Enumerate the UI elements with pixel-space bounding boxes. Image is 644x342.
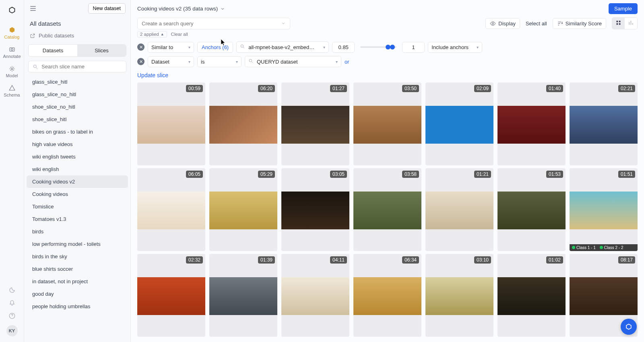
- video-duration: 03:50: [402, 85, 419, 92]
- rail-annotate[interactable]: Annotate: [2, 43, 22, 61]
- cube-logo-icon: [8, 6, 17, 15]
- fab-button[interactable]: [621, 319, 637, 335]
- video-card[interactable]: 03:50: [353, 82, 421, 165]
- clear-all-link[interactable]: Clear all: [171, 32, 188, 37]
- menu-icon[interactable]: [29, 4, 37, 12]
- slice-item[interactable]: good day: [27, 288, 128, 300]
- rail-label: Model: [6, 73, 18, 78]
- video-card[interactable]: 01:02: [497, 254, 566, 337]
- filter-field-label: Similar to: [151, 44, 173, 50]
- rail-catalog[interactable]: Catalog: [2, 24, 22, 42]
- filter-field-select[interactable]: Similar to▾: [148, 42, 194, 53]
- include-anchors-select[interactable]: Include anchors▾: [428, 42, 482, 53]
- video-thumbnail: [425, 192, 493, 230]
- logic-or[interactable]: or: [345, 59, 349, 65]
- slice-item[interactable]: glass_slice_no_hitl: [27, 88, 128, 101]
- user-avatar[interactable]: KY: [6, 325, 18, 336]
- slice-search[interactable]: [28, 61, 126, 72]
- search-query-input[interactable]: [142, 21, 281, 27]
- filter-field-select[interactable]: Dataset▾: [148, 56, 194, 67]
- video-card[interactable]: 05:29: [209, 168, 277, 251]
- main-panel: Cooking videos v2 (35 data rows) Sample …: [131, 0, 644, 342]
- video-card[interactable]: 01:39: [209, 254, 277, 337]
- video-card[interactable]: 06:20: [209, 82, 277, 165]
- video-thumbnail: [497, 192, 566, 230]
- select-all-link[interactable]: Select all: [526, 21, 547, 27]
- slice-search-input[interactable]: [41, 64, 122, 70]
- slice-item[interactable]: people holding umbrellas: [27, 300, 128, 313]
- video-thumbnail: [497, 277, 566, 315]
- dataset-value-select[interactable]: QUERYD dataset▾: [245, 56, 341, 67]
- video-card[interactable]: 06:34: [353, 254, 421, 337]
- rail-schema[interactable]: Schema: [2, 82, 22, 100]
- slice-item[interactable]: Cooking videos v2: [27, 175, 128, 188]
- slice-item[interactable]: low performing model - toilets: [27, 238, 128, 250]
- view-grid[interactable]: [612, 18, 625, 29]
- slice-item[interactable]: wiki english: [27, 163, 128, 175]
- search-icon: [33, 64, 38, 70]
- annotate-icon: [8, 46, 16, 53]
- video-card[interactable]: 00:59: [137, 82, 205, 165]
- anchors-button[interactable]: Anchors (6): [197, 42, 233, 53]
- new-dataset-button[interactable]: New dataset: [88, 3, 126, 14]
- slice-item[interactable]: shoe_slice_no_hitl: [27, 101, 128, 113]
- slice-item[interactable]: bikes on grass - to label in: [27, 126, 128, 138]
- view-toggle: [612, 17, 638, 29]
- rail-model[interactable]: Model: [2, 63, 22, 80]
- video-card[interactable]: 03:10: [425, 254, 493, 337]
- threshold-input[interactable]: 0.85: [332, 42, 355, 53]
- chevron-down-icon: [281, 21, 286, 26]
- slice-item[interactable]: shoe_slice_hitl: [27, 113, 128, 126]
- applied-filters[interactable]: 2 applied▲: [137, 31, 167, 37]
- slice-item[interactable]: blue shirts soccer: [27, 263, 128, 275]
- search-query[interactable]: [137, 18, 290, 29]
- embedding-select[interactable]: all-mpnet-base-v2_embed…▾: [236, 41, 329, 53]
- video-card[interactable]: 02:32: [137, 254, 205, 337]
- sample-button[interactable]: Sample: [609, 3, 638, 14]
- video-card[interactable]: 02:21: [570, 82, 638, 165]
- video-duration: 02:21: [618, 85, 635, 92]
- remove-filter-button[interactable]: ✕: [137, 58, 144, 65]
- video-card[interactable]: 02:09: [425, 82, 493, 165]
- video-card[interactable]: 03:58: [353, 168, 421, 251]
- rail-label: Catalog: [4, 35, 20, 39]
- video-card[interactable]: 01:51Class 1 - 1Class 2 - 2: [570, 168, 638, 251]
- slice-item[interactable]: Cooking videos: [27, 188, 128, 200]
- video-card[interactable]: 06:05: [137, 168, 205, 251]
- video-card[interactable]: 04:11: [281, 254, 349, 337]
- video-card[interactable]: 01:53: [497, 168, 566, 251]
- public-datasets-link[interactable]: Public datasets: [24, 31, 130, 44]
- video-card[interactable]: 01:40: [497, 82, 566, 165]
- threshold-slider[interactable]: [360, 46, 396, 48]
- limit-input[interactable]: 1: [402, 42, 425, 53]
- grid-icon: [615, 20, 621, 26]
- display-button[interactable]: Display: [485, 18, 520, 29]
- slice-item[interactable]: Tomatoes v1.3: [27, 213, 128, 225]
- slice-item[interactable]: glass_slice_hitl: [27, 76, 128, 88]
- similarity-button[interactable]: Similarity Score: [553, 18, 606, 29]
- app-logo[interactable]: [6, 4, 19, 17]
- dataset-title[interactable]: Cooking videos v2 (35 data rows): [137, 6, 225, 12]
- help-icon[interactable]: [8, 312, 16, 319]
- video-card[interactable]: 01:21: [425, 168, 493, 251]
- slice-item[interactable]: birds in the sky: [27, 250, 128, 263]
- slice-item[interactable]: wiki english tweets: [27, 150, 128, 163]
- remove-filter-button[interactable]: ✕: [137, 43, 144, 51]
- tab-datasets[interactable]: Datasets: [29, 45, 77, 56]
- video-duration: 04:11: [330, 256, 347, 264]
- svg-point-5: [492, 23, 494, 24]
- slice-item[interactable]: high value videos: [27, 138, 128, 150]
- video-card[interactable]: 03:05: [281, 168, 349, 251]
- video-card[interactable]: 01:27: [281, 82, 349, 165]
- bell-icon[interactable]: [8, 299, 16, 307]
- video-thumbnail: [281, 192, 349, 230]
- slice-item[interactable]: Tomislice: [27, 200, 128, 213]
- view-chart[interactable]: [625, 18, 637, 29]
- operator-select[interactable]: is▾: [197, 56, 242, 67]
- update-slice-link[interactable]: Update slice: [131, 70, 644, 82]
- tab-slices[interactable]: Slices: [77, 45, 126, 56]
- slice-item[interactable]: birds: [27, 225, 128, 238]
- moon-icon[interactable]: [8, 286, 16, 294]
- video-duration: 03:58: [402, 171, 419, 178]
- slice-item[interactable]: in dataset, not in project: [27, 275, 128, 288]
